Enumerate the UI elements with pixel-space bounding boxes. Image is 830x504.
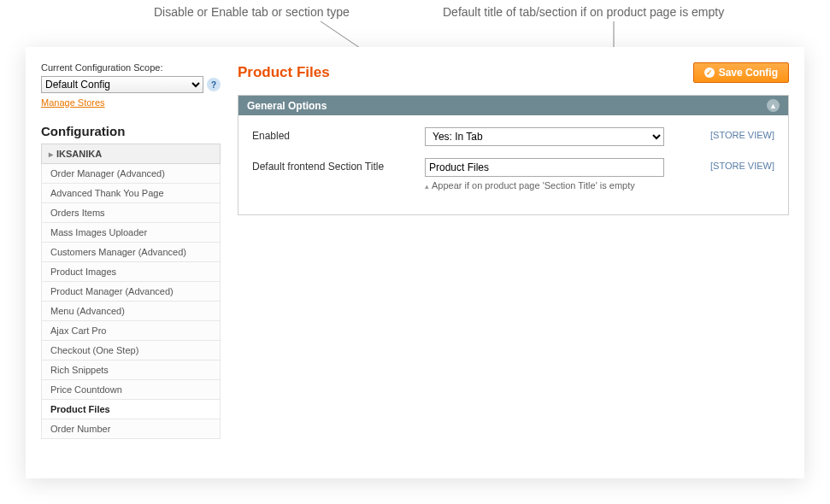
- page-title: Product Files: [238, 64, 330, 81]
- collapse-icon[interactable]: ▲: [767, 99, 780, 112]
- general-options-fieldset: General Options ▲ Enabled Yes: In Tab [S…: [238, 95, 789, 215]
- help-icon[interactable]: ?: [207, 78, 221, 91]
- annotation-default-title: Default title of tab/section if on produ…: [443, 5, 724, 19]
- default-title-scope: [STORE VIEW]: [710, 158, 774, 171]
- enabled-scope: [STORE VIEW]: [710, 127, 774, 140]
- sidebar-item-mass-images-uploader[interactable]: Mass Images Uploader: [42, 223, 220, 243]
- manage-stores-link[interactable]: Manage Stores: [41, 97, 105, 108]
- enabled-label: Enabled: [252, 127, 415, 142]
- annotation-enable-disable: Disable or Enable tab or section type: [154, 5, 350, 19]
- sidebar: Current Configuration Scope: Default Con…: [41, 62, 221, 463]
- sidebar-item-customers-manager-advanced[interactable]: Customers Manager (Advanced): [42, 243, 220, 262]
- sidebar-item-advanced-thank-you-page[interactable]: Advanced Thank You Page: [42, 184, 220, 203]
- sidebar-item-price-countdown[interactable]: Price Countdown: [42, 380, 220, 400]
- fieldset-title: General Options: [247, 100, 327, 112]
- default-title-label: Default frontend Section Title: [252, 158, 415, 173]
- sidebar-item-product-files[interactable]: Product Files: [42, 400, 220, 419]
- sidebar-item-ajax-cart-pro[interactable]: Ajax Cart Pro: [42, 321, 220, 341]
- sidebar-item-menu-advanced[interactable]: Menu (Advanced): [42, 302, 220, 321]
- sidebar-item-order-number[interactable]: Order Number: [42, 419, 220, 439]
- nav-list: Order Manager (Advanced)Advanced Thank Y…: [41, 164, 221, 439]
- sidebar-item-orders-items[interactable]: Orders Items: [42, 203, 220, 223]
- admin-panel: Current Configuration Scope: Default Con…: [26, 47, 804, 478]
- content-area: Product Files ✓ Save Config General Opti…: [238, 62, 789, 463]
- scope-label: Current Configuration Scope:: [41, 62, 221, 73]
- sidebar-item-product-manager-advanced[interactable]: Product Manager (Advanced): [42, 282, 220, 302]
- enabled-select[interactable]: Yes: In Tab: [425, 127, 664, 146]
- sidebar-item-product-images[interactable]: Product Images: [42, 262, 220, 282]
- sidebar-item-checkout-one-step[interactable]: Checkout (One Step): [42, 341, 220, 360]
- sidebar-item-rich-snippets[interactable]: Rich Snippets: [42, 360, 220, 380]
- scope-select[interactable]: Default Config: [41, 76, 203, 93]
- fieldset-header[interactable]: General Options ▲: [238, 96, 788, 115]
- default-title-note: Appear if on product page 'Section Title…: [425, 180, 664, 190]
- config-title: Configuration: [41, 124, 221, 138]
- check-icon: ✓: [704, 67, 715, 78]
- save-button-label: Save Config: [719, 67, 778, 79]
- sidebar-item-order-manager-advanced[interactable]: Order Manager (Advanced): [42, 164, 220, 184]
- default-title-input[interactable]: [425, 158, 664, 177]
- nav-group-header[interactable]: IKSANIKA: [41, 144, 221, 164]
- save-config-button[interactable]: ✓ Save Config: [693, 62, 789, 83]
